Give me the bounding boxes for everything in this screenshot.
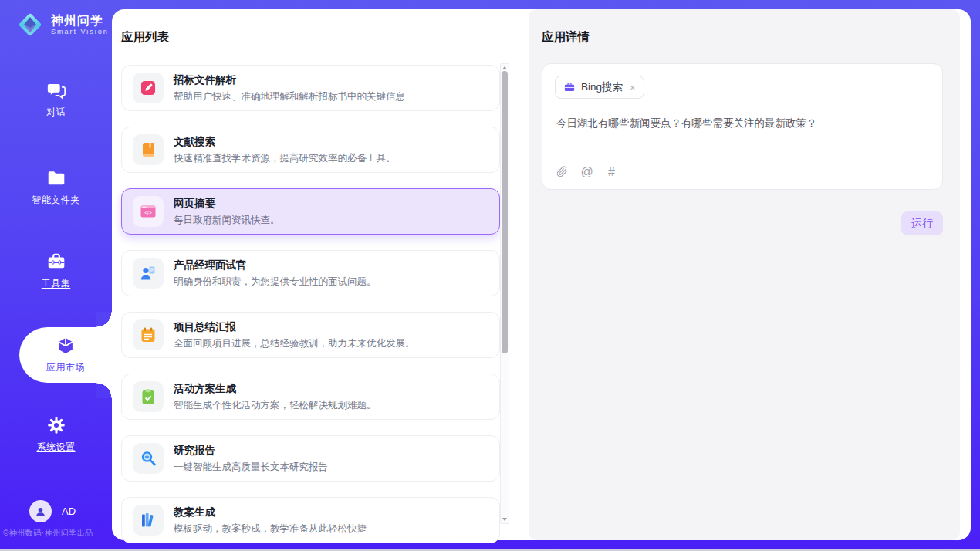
svg-text:</>: </> (144, 210, 152, 215)
toolbox-icon (46, 252, 66, 272)
app-card-texts: 活动方案生成智能生成个性化活动方案，轻松解决规划难题。 (174, 382, 377, 412)
sidebar-item-2[interactable]: 智能文件夹 (0, 168, 112, 207)
chat-icon (46, 80, 66, 100)
run-button[interactable]: 运行 (901, 211, 943, 235)
sidebar-item-label: 工具集 (42, 278, 71, 289)
sidebar-item-3[interactable]: 工具集 (0, 252, 112, 290)
app-window: 神州问学 Smart Vision 对话智能文件夹工具集应用市场系统设置 AD … (0, 0, 980, 551)
prompt-card: Bing搜索 × 今日湖北有哪些新闻要点？有哪些需要关注的最新政策？ @# (542, 63, 943, 190)
app-list-title: 应用列表 (121, 29, 169, 46)
app-card-texts: 招标文件解析帮助用户快速、准确地理解和解析招标书中的关键信息 (174, 73, 405, 103)
brand-text: 神州问学 Smart Vision (51, 14, 109, 36)
book-icon (133, 134, 164, 165)
briefcase-icon (563, 81, 576, 93)
app-card-7[interactable]: 研究报告一键智能生成高质量长文本研究报告 (121, 435, 500, 482)
scrollbar[interactable] (500, 63, 509, 524)
copyright-text: ©神州数码·神州问学出品 (3, 528, 111, 539)
app-card-texts: 产品经理面试官明确身份和职责，为您提供专业性的面试问题。 (174, 259, 377, 289)
app-card-1[interactable]: 招标文件解析帮助用户快速、准确地理解和解析招标书中的关键信息 (121, 65, 500, 111)
diamond-logo-icon (15, 10, 45, 39)
sidebar-item-4[interactable]: 应用市场 (19, 327, 112, 383)
scrollbar-thumb[interactable] (502, 71, 508, 353)
user-initials: AD (62, 505, 76, 517)
sidebar-item-label: 智能文件夹 (32, 194, 80, 205)
gear-icon (46, 415, 66, 435)
user-account[interactable]: AD (29, 500, 76, 522)
app-card-5[interactable]: 项目总结汇报全面回顾项目进展，总结经验教训，助力未来优化发展。 (121, 312, 500, 358)
scroll-up-icon[interactable] (502, 65, 508, 71)
app-detail-title: 应用详情 (542, 29, 590, 46)
cube-icon (56, 336, 76, 356)
app-card-texts: 研究报告一键智能生成高质量长文本研究报告 (174, 444, 328, 474)
app-list: 招标文件解析帮助用户快速、准确地理解和解析招标书中的关键信息文献搜索快速精准查找… (121, 65, 500, 540)
app-description: 一键智能生成高质量长文本研究报告 (174, 461, 328, 474)
app-name: 文献搜索 (174, 135, 396, 149)
app-name: 项目总结汇报 (174, 320, 415, 334)
app-description: 每日政府新闻资讯快查。 (174, 214, 280, 227)
browser-code-icon: </> (133, 196, 164, 227)
app-card-texts: 文献搜索快速精准查找学术资源，提高研究效率的必备工具。 (174, 135, 396, 165)
app-card-2[interactable]: 文献搜索快速精准查找学术资源，提高研究效率的必备工具。 (121, 127, 500, 173)
brand: 神州问学 Smart Vision (15, 10, 109, 39)
scroll-down-icon[interactable] (502, 516, 508, 522)
paperclip-icon[interactable] (556, 165, 569, 178)
clipboard-check-icon (133, 381, 164, 412)
prompt-input[interactable]: 今日湖北有哪些新闻要点？有哪些需要关注的最新政策？ (556, 117, 928, 130)
app-description: 模板驱动，教案秒成，教学准备从此轻松快捷 (174, 522, 367, 536)
attach-toolbar: @# (556, 165, 618, 178)
sidebar-item-label: 系统设置 (37, 441, 76, 452)
pen-square-icon (133, 73, 164, 103)
avatar (29, 500, 52, 522)
at-icon[interactable]: @ (580, 165, 593, 178)
app-card-4[interactable]: 产品经理面试官明确身份和职责，为您提供专业性的面试问题。 (121, 250, 500, 296)
app-description: 帮助用户快速、准确地理解和解析招标书中的关键信息 (174, 90, 405, 103)
app-description: 全面回顾项目进展，总结经验教训，助力未来优化发展。 (174, 337, 415, 350)
interviewer-icon (133, 258, 164, 289)
app-name: 活动方案生成 (174, 382, 377, 396)
app-name: 产品经理面试官 (174, 259, 377, 272)
tool-chip-label: Bing搜索 (581, 80, 623, 94)
brand-name: 神州问学 (51, 14, 109, 28)
app-card-texts: 教案生成模板驱动，教案秒成，教学准备从此轻松快捷 (174, 505, 367, 536)
folder-icon (46, 168, 66, 188)
app-card-6[interactable]: 活动方案生成智能生成个性化活动方案，轻松解决规划难题。 (121, 374, 500, 420)
app-card-8[interactable]: 教案生成模板驱动，教案秒成，教学准备从此轻松快捷 (121, 497, 500, 543)
app-name: 网页摘要 (174, 197, 280, 211)
app-name: 研究报告 (174, 444, 328, 458)
sidebar-item-label: 对话 (46, 106, 66, 117)
app-name: 招标文件解析 (174, 73, 405, 87)
app-description: 明确身份和职责，为您提供专业性的面试问题。 (174, 276, 377, 289)
chip-close-icon[interactable]: × (628, 82, 636, 93)
sidebar-item-1[interactable]: 对话 (0, 80, 112, 119)
app-description: 智能生成个性化活动方案，轻松解决规划难题。 (174, 399, 377, 412)
sidebar-item-label: 应用市场 (46, 362, 85, 373)
brand-subtitle: Smart Vision (51, 28, 109, 36)
tool-chip-bing-search[interactable]: Bing搜索 × (555, 76, 644, 99)
app-card-3[interactable]: </>网页摘要每日政府新闻资讯快查。 (121, 188, 500, 235)
app-name: 教案生成 (174, 505, 367, 519)
app-card-texts: 项目总结汇报全面回顾项目进展，总结经验教训，助力未来优化发展。 (174, 320, 415, 350)
report-note-icon (133, 319, 164, 350)
app-card-texts: 网页摘要每日政府新闻资讯快查。 (174, 197, 280, 227)
books-icon (133, 505, 164, 536)
hash-icon[interactable]: # (605, 165, 618, 178)
app-description: 快速精准查找学术资源，提高研究效率的必备工具。 (174, 152, 396, 165)
sidebar-item-5[interactable]: 系统设置 (0, 415, 112, 454)
research-icon (133, 443, 164, 474)
